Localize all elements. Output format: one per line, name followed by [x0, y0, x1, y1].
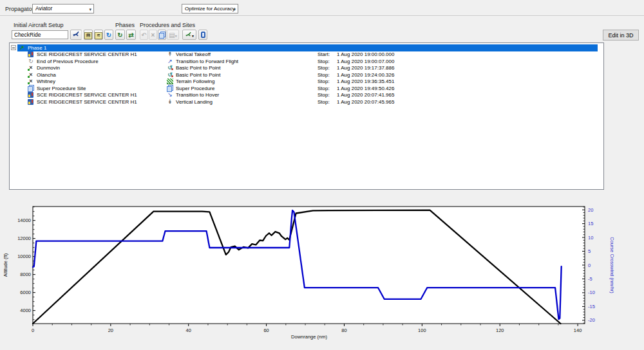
y-right-tick-label: 10: [588, 235, 593, 241]
x-tick-label: 140: [574, 327, 582, 333]
y-left-tick-label: 14000: [17, 217, 31, 223]
y-left-tick-label: 12000: [17, 235, 31, 241]
x-tick-label: 20: [108, 327, 113, 333]
x-tick-label: 40: [186, 327, 191, 333]
y-right-tick-label: -10: [588, 290, 595, 295]
y-right-tick-label: -20: [588, 317, 595, 323]
altitude-crosswind-chart: 0204060801001201404000600080001000012000…: [0, 0, 644, 350]
x-tick-label: 120: [496, 327, 504, 333]
y-right-tick-label: -5: [588, 276, 592, 282]
y-right-tick-label: 20: [588, 207, 593, 213]
plot-area: [33, 207, 585, 324]
x-axis-title: Downrange (nm): [291, 334, 327, 340]
x-tick-label: 0: [32, 327, 34, 333]
y-left-tick-label: 10000: [17, 253, 31, 259]
y-right-tick-label: 15: [588, 221, 593, 226]
y-right-tick-label: -15: [588, 304, 595, 309]
y-left-axis-title: Altitude (ft): [3, 253, 8, 277]
y-left-tick-label: 4000: [20, 308, 31, 313]
x-tick-label: 100: [418, 327, 426, 333]
y-left-tick-label: 8000: [20, 272, 31, 277]
x-tick-label: 60: [263, 327, 269, 333]
x-tick-label: 80: [341, 327, 346, 333]
y-left-tick-label: 6000: [20, 290, 31, 295]
y-right-tick-label: 5: [588, 248, 591, 254]
y-right-tick-label: 0: [588, 262, 591, 268]
y-right-axis-title: Course Crosswind (nm/hr): [609, 237, 615, 293]
